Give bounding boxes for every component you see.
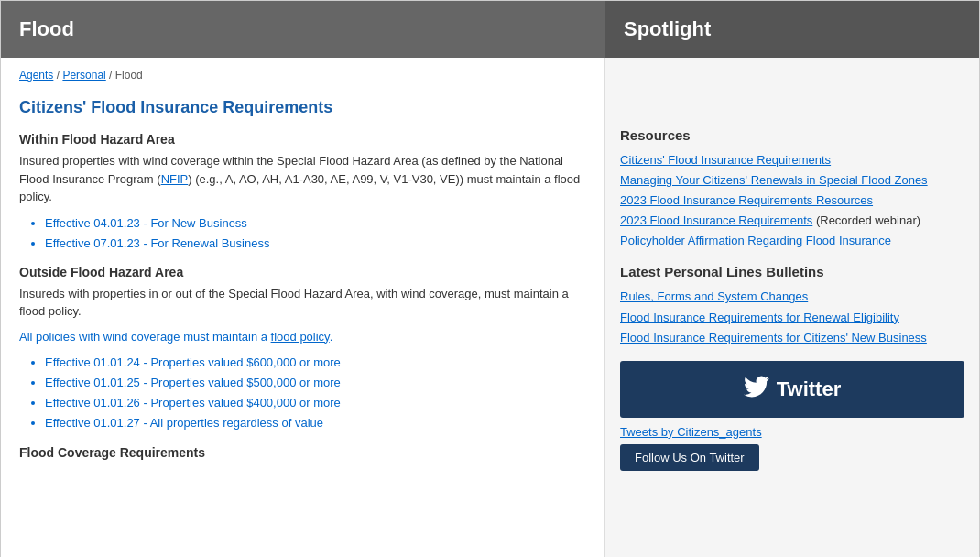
outside-flood-text2: All policies with wind coverage must mai… [19, 328, 586, 346]
within-flood-bullets: Effective 04.01.23 - For New Business Ef… [45, 213, 586, 254]
resource-link-1[interactable]: Citizens' Flood Insurance Requirements [620, 150, 964, 170]
list-item: Effective 04.01.23 - For New Business [45, 213, 586, 234]
resource-link-2[interactable]: Managing Your Citizens' Renewals in Spec… [620, 170, 964, 191]
twitter-label: Twitter [777, 377, 841, 401]
breadcrumb-flood: Flood [115, 69, 143, 82]
bulletins-list: Rules, Forms and System Changes Flood In… [620, 287, 964, 347]
left-content: Agents / Personal / Flood Citizens' Floo… [1, 58, 605, 557]
breadcrumb: Agents / Personal / Flood [19, 69, 586, 82]
section-heading-coverage: Flood Coverage Requirements [19, 445, 586, 460]
within-flood-text: Insured properties with wind coverage wi… [19, 152, 586, 206]
header-spotlight-title: Spotlight [624, 17, 711, 41]
page-title: Citizens' Flood Insurance Requirements [19, 98, 586, 117]
breadcrumb-agents[interactable]: Agents [19, 69, 53, 82]
section-outside-flood: Outside Flood Hazard Area Insureds with … [19, 265, 586, 434]
header-left: Flood [1, 1, 605, 58]
section-within-flood: Within Flood Hazard Area Insured propert… [19, 132, 586, 254]
tweets-by-citizens-link[interactable]: Tweets by Citizens_agents [620, 425, 964, 439]
breadcrumb-personal[interactable]: Personal [62, 69, 105, 82]
bulletin-link-3[interactable]: Flood Insurance Requirements for Citizen… [620, 328, 964, 348]
bulletin-link-2[interactable]: Flood Insurance Requirements for Renewal… [620, 308, 964, 328]
resource-link-5[interactable]: Policyholder Affirmation Regarding Flood… [620, 231, 964, 251]
right-sidebar: Resources Citizens' Flood Insurance Requ… [605, 58, 979, 557]
header-right: Spotlight [605, 1, 979, 58]
resources-list: Citizens' Flood Insurance Requirements M… [620, 150, 964, 251]
resource-link-3[interactable]: 2023 Flood Insurance Requirements Resour… [620, 191, 964, 211]
twitter-box[interactable]: Twitter [620, 361, 964, 418]
section-flood-coverage: Flood Coverage Requirements [19, 445, 586, 460]
section-heading-outside: Outside Flood Hazard Area [19, 265, 586, 279]
section-heading-within: Within Flood Hazard Area [19, 132, 586, 147]
outside-flood-text1: Insureds with properties in or out of th… [19, 285, 586, 321]
list-item: Effective 01.01.25 - Properties valued $… [45, 373, 586, 393]
follow-us-twitter-button[interactable]: Follow Us On Twitter [620, 444, 759, 471]
list-item: Effective 01.01.27 - All properties rega… [45, 413, 586, 433]
bulletins-heading: Latest Personal Lines Bulletins [620, 264, 964, 279]
flood-policy-link[interactable]: flood policy [271, 330, 330, 344]
header-flood-title: Flood [19, 17, 74, 41]
nfip-link[interactable]: NFIP [161, 172, 189, 186]
outside-flood-bullets: Effective 01.01.24 - Properties valued $… [45, 353, 586, 433]
bulletin-link-1[interactable]: Rules, Forms and System Changes [620, 287, 964, 307]
resource-link-4-suffix: (Recorded webinar) [816, 213, 920, 227]
resources-heading: Resources [620, 127, 964, 143]
list-item: Effective 01.01.26 - Properties valued $… [45, 393, 586, 413]
twitter-bird-icon [744, 376, 769, 403]
list-item: Effective 07.01.23 - For Renewal Busines… [45, 234, 586, 254]
resource-link-4-wrapper: 2023 Flood Insurance Requirements (Recor… [620, 213, 920, 227]
resource-link-4[interactable]: 2023 Flood Insurance Requirements [620, 213, 812, 227]
list-item: Effective 01.01.24 - Properties valued $… [45, 353, 586, 373]
